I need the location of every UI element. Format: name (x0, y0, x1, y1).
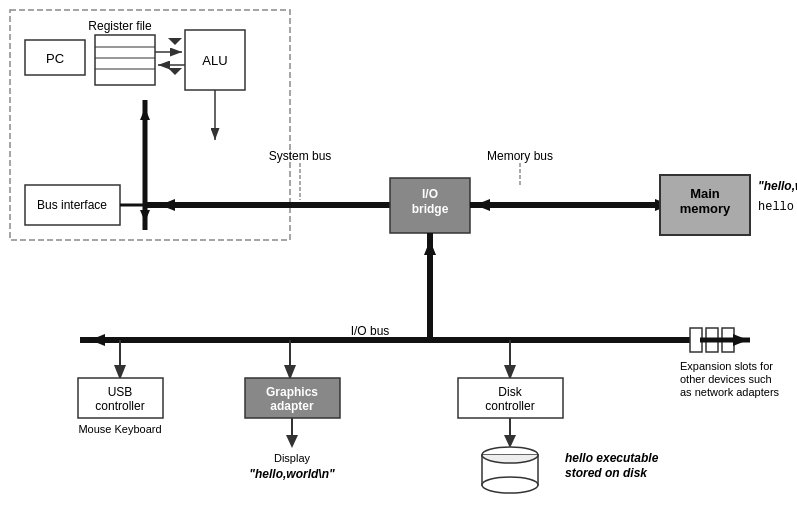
usb-controller-label2: controller (95, 399, 144, 413)
usb-controller-label: USB (108, 385, 133, 399)
mouse-keyboard-label: Mouse Keyboard (78, 423, 161, 435)
expansion-slots-label3: as network adapters (680, 386, 780, 398)
main-memory-label: Main (690, 186, 720, 201)
bus-interface-label: Bus interface (37, 198, 107, 212)
hello-code: hello code (758, 200, 797, 214)
register-file-label: Register file (88, 19, 152, 33)
svg-marker-40 (286, 435, 298, 448)
io-bridge-label2: bridge (412, 202, 449, 216)
hello-executable-label: hello executable (565, 451, 659, 465)
memory-bus-label: Memory bus (487, 149, 553, 163)
graphics-adapter-label: Graphics (266, 385, 318, 399)
display-label: Display (274, 452, 311, 464)
svg-rect-2 (95, 35, 155, 85)
io-bus-label: I/O bus (351, 324, 390, 338)
svg-marker-25 (90, 334, 105, 346)
system-bus-label: System bus (269, 149, 332, 163)
io-bridge-label: I/O (422, 187, 438, 201)
diagram: PC Register file ALU Bus interface I/O b… (0, 0, 797, 511)
svg-marker-45 (504, 435, 516, 448)
pc-label: PC (46, 51, 64, 66)
svg-marker-22 (475, 199, 490, 211)
hello-executable-label2: stored on disk (565, 466, 648, 480)
expansion-slots-label: Expansion slots for (680, 360, 773, 372)
disk-controller-label: Disk (498, 385, 522, 399)
expansion-slots-label2: other devices such (680, 373, 772, 385)
svg-marker-32 (424, 240, 436, 255)
main-memory-label2: memory (680, 201, 731, 216)
graphics-adapter-label2: adapter (270, 399, 314, 413)
disk-controller-label2: controller (485, 399, 534, 413)
hello-world-display: "hello,world\n" (249, 467, 335, 481)
alu-label: ALU (202, 53, 227, 68)
hello-world-memory: "hello,world\n" (758, 179, 797, 193)
svg-point-48 (482, 477, 538, 493)
